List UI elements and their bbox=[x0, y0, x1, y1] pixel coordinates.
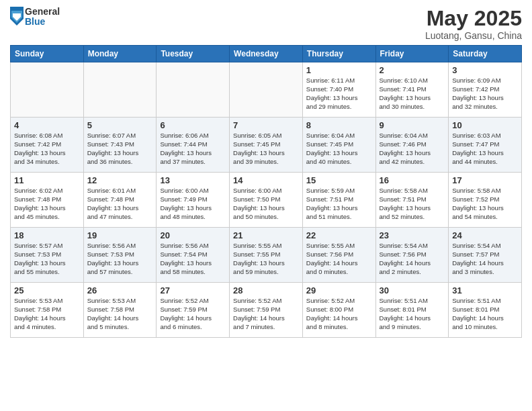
calendar-week-row: 18Sunrise: 5:57 AMSunset: 7:53 PMDayligh… bbox=[11, 228, 522, 283]
table-row: 13Sunrise: 6:00 AMSunset: 7:49 PMDayligh… bbox=[157, 173, 230, 228]
col-sunday: Sunday bbox=[11, 46, 84, 62]
table-row: 16Sunrise: 5:58 AMSunset: 7:51 PMDayligh… bbox=[375, 173, 449, 228]
table-row: 11Sunrise: 6:02 AMSunset: 7:48 PMDayligh… bbox=[11, 173, 84, 228]
table-row: 18Sunrise: 5:57 AMSunset: 7:53 PMDayligh… bbox=[11, 228, 84, 283]
table-row bbox=[157, 62, 230, 118]
table-row: 8Sunrise: 6:04 AMSunset: 7:45 PMDaylight… bbox=[302, 118, 375, 173]
day-number: 6 bbox=[160, 120, 226, 130]
day-info: Sunrise: 6:11 AMSunset: 7:40 PMDaylight:… bbox=[306, 77, 372, 111]
day-info: Sunrise: 5:52 AMSunset: 7:59 PMDaylight:… bbox=[233, 297, 299, 331]
table-row: 27Sunrise: 5:52 AMSunset: 7:59 PMDayligh… bbox=[157, 283, 230, 338]
table-row: 7Sunrise: 6:05 AMSunset: 7:45 PMDaylight… bbox=[230, 118, 303, 173]
table-row bbox=[230, 62, 303, 118]
day-info: Sunrise: 6:00 AMSunset: 7:49 PMDaylight:… bbox=[160, 187, 226, 221]
col-saturday: Saturday bbox=[449, 46, 522, 62]
calendar-week-row: 11Sunrise: 6:02 AMSunset: 7:48 PMDayligh… bbox=[11, 173, 522, 228]
day-number: 10 bbox=[452, 120, 518, 130]
day-number: 20 bbox=[160, 230, 226, 240]
table-row: 17Sunrise: 5:58 AMSunset: 7:52 PMDayligh… bbox=[449, 173, 522, 228]
table-row: 30Sunrise: 5:51 AMSunset: 8:01 PMDayligh… bbox=[375, 283, 449, 338]
table-row: 29Sunrise: 5:52 AMSunset: 8:00 PMDayligh… bbox=[302, 283, 375, 338]
day-info: Sunrise: 5:54 AMSunset: 7:56 PMDaylight:… bbox=[380, 242, 445, 276]
calendar-table: Sunday Monday Tuesday Wednesday Thursday… bbox=[10, 45, 522, 338]
day-number: 8 bbox=[306, 120, 372, 130]
logo: General Blue bbox=[10, 7, 60, 28]
day-info: Sunrise: 5:56 AMSunset: 7:53 PMDaylight:… bbox=[87, 242, 153, 276]
table-row: 12Sunrise: 6:01 AMSunset: 7:48 PMDayligh… bbox=[83, 173, 157, 228]
location-subtitle: Luotang, Gansu, China bbox=[425, 30, 522, 41]
table-row: 14Sunrise: 6:00 AMSunset: 7:50 PMDayligh… bbox=[230, 173, 303, 228]
col-friday: Friday bbox=[375, 46, 449, 62]
day-number: 17 bbox=[452, 175, 518, 185]
day-number: 15 bbox=[306, 175, 372, 185]
day-info: Sunrise: 5:51 AMSunset: 8:01 PMDaylight:… bbox=[452, 297, 518, 331]
col-wednesday: Wednesday bbox=[230, 46, 303, 62]
header: General Blue May 2025 Luotang, Gansu, Ch… bbox=[10, 7, 522, 41]
day-number: 31 bbox=[452, 285, 518, 295]
day-number: 14 bbox=[233, 175, 299, 185]
day-number: 9 bbox=[380, 120, 445, 130]
day-info: Sunrise: 5:54 AMSunset: 7:57 PMDaylight:… bbox=[452, 242, 518, 276]
day-number: 7 bbox=[233, 120, 299, 130]
table-row: 3Sunrise: 6:09 AMSunset: 7:42 PMDaylight… bbox=[449, 62, 522, 118]
table-row: 24Sunrise: 5:54 AMSunset: 7:57 PMDayligh… bbox=[449, 228, 522, 283]
calendar-header-row: Sunday Monday Tuesday Wednesday Thursday… bbox=[11, 46, 522, 62]
table-row: 1Sunrise: 6:11 AMSunset: 7:40 PMDaylight… bbox=[302, 62, 375, 118]
day-info: Sunrise: 6:05 AMSunset: 7:45 PMDaylight:… bbox=[233, 132, 299, 166]
calendar-week-row: 1Sunrise: 6:11 AMSunset: 7:40 PMDaylight… bbox=[11, 62, 522, 118]
table-row: 19Sunrise: 5:56 AMSunset: 7:53 PMDayligh… bbox=[83, 228, 157, 283]
day-info: Sunrise: 5:59 AMSunset: 7:51 PMDaylight:… bbox=[306, 187, 372, 221]
day-info: Sunrise: 6:09 AMSunset: 7:42 PMDaylight:… bbox=[452, 77, 518, 111]
day-info: Sunrise: 6:06 AMSunset: 7:44 PMDaylight:… bbox=[160, 132, 226, 166]
col-tuesday: Tuesday bbox=[157, 46, 230, 62]
col-monday: Monday bbox=[83, 46, 157, 62]
day-number: 2 bbox=[380, 65, 445, 75]
day-info: Sunrise: 6:02 AMSunset: 7:48 PMDaylight:… bbox=[14, 187, 80, 221]
table-row: 28Sunrise: 5:52 AMSunset: 7:59 PMDayligh… bbox=[230, 283, 303, 338]
table-row bbox=[11, 62, 84, 118]
day-info: Sunrise: 6:04 AMSunset: 7:45 PMDaylight:… bbox=[306, 132, 372, 166]
day-info: Sunrise: 5:57 AMSunset: 7:53 PMDaylight:… bbox=[14, 242, 80, 276]
day-number: 12 bbox=[87, 175, 153, 185]
day-info: Sunrise: 5:51 AMSunset: 8:01 PMDaylight:… bbox=[380, 297, 445, 331]
day-number: 27 bbox=[160, 285, 226, 295]
day-number: 25 bbox=[14, 285, 80, 295]
day-info: Sunrise: 6:07 AMSunset: 7:43 PMDaylight:… bbox=[87, 132, 153, 166]
day-info: Sunrise: 5:53 AMSunset: 7:58 PMDaylight:… bbox=[87, 297, 153, 331]
table-row: 22Sunrise: 5:55 AMSunset: 7:56 PMDayligh… bbox=[302, 228, 375, 283]
day-info: Sunrise: 6:00 AMSunset: 7:50 PMDaylight:… bbox=[233, 187, 299, 221]
day-number: 3 bbox=[452, 65, 518, 75]
day-number: 21 bbox=[233, 230, 299, 240]
day-number: 5 bbox=[87, 120, 153, 130]
day-info: Sunrise: 6:10 AMSunset: 7:41 PMDaylight:… bbox=[380, 77, 445, 111]
day-info: Sunrise: 5:55 AMSunset: 7:55 PMDaylight:… bbox=[233, 242, 299, 276]
day-number: 18 bbox=[14, 230, 80, 240]
day-number: 1 bbox=[306, 65, 372, 75]
day-number: 26 bbox=[87, 285, 153, 295]
calendar-week-row: 25Sunrise: 5:53 AMSunset: 7:58 PMDayligh… bbox=[11, 283, 522, 338]
table-row: 9Sunrise: 6:04 AMSunset: 7:46 PMDaylight… bbox=[375, 118, 449, 173]
day-number: 11 bbox=[14, 175, 80, 185]
month-title: May 2025 bbox=[425, 7, 522, 30]
table-row: 6Sunrise: 6:06 AMSunset: 7:44 PMDaylight… bbox=[157, 118, 230, 173]
day-number: 24 bbox=[452, 230, 518, 240]
day-number: 30 bbox=[380, 285, 445, 295]
day-info: Sunrise: 5:52 AMSunset: 8:00 PMDaylight:… bbox=[306, 297, 372, 331]
table-row: 20Sunrise: 5:56 AMSunset: 7:54 PMDayligh… bbox=[157, 228, 230, 283]
day-number: 16 bbox=[380, 175, 445, 185]
table-row: 21Sunrise: 5:55 AMSunset: 7:55 PMDayligh… bbox=[230, 228, 303, 283]
day-number: 28 bbox=[233, 285, 299, 295]
day-info: Sunrise: 5:58 AMSunset: 7:52 PMDaylight:… bbox=[452, 187, 518, 221]
col-thursday: Thursday bbox=[302, 46, 375, 62]
day-info: Sunrise: 5:58 AMSunset: 7:51 PMDaylight:… bbox=[380, 187, 445, 221]
day-number: 22 bbox=[306, 230, 372, 240]
table-row: 23Sunrise: 5:54 AMSunset: 7:56 PMDayligh… bbox=[375, 228, 449, 283]
table-row: 31Sunrise: 5:51 AMSunset: 8:01 PMDayligh… bbox=[449, 283, 522, 338]
day-info: Sunrise: 5:53 AMSunset: 7:58 PMDaylight:… bbox=[14, 297, 80, 331]
table-row: 4Sunrise: 6:08 AMSunset: 7:42 PMDaylight… bbox=[11, 118, 84, 173]
calendar-week-row: 4Sunrise: 6:08 AMSunset: 7:42 PMDaylight… bbox=[11, 118, 522, 173]
logo-general-text: General bbox=[25, 7, 60, 17]
table-row: 15Sunrise: 5:59 AMSunset: 7:51 PMDayligh… bbox=[302, 173, 375, 228]
day-number: 19 bbox=[87, 230, 153, 240]
table-row: 25Sunrise: 5:53 AMSunset: 7:58 PMDayligh… bbox=[11, 283, 84, 338]
